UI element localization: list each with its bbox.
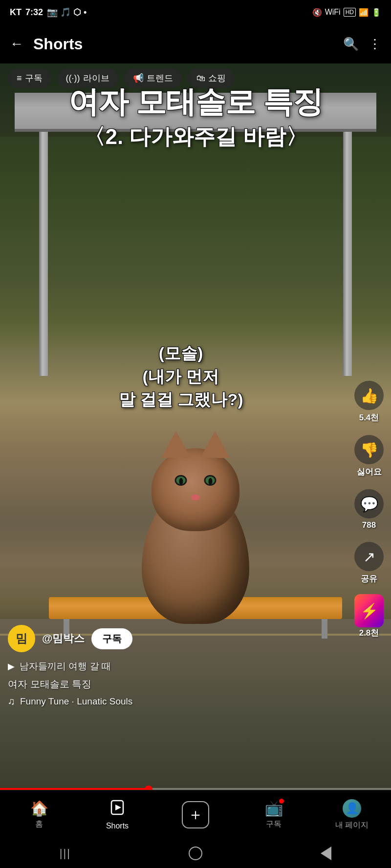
channel-row: 밈 @밈박스 구독 — [8, 625, 334, 652]
profile-avatar: 👤 — [343, 799, 361, 818]
channel-name[interactable]: @밈박스 — [42, 631, 85, 646]
share-label: 공유 — [361, 573, 377, 584]
remix-icon: ⚡ — [354, 596, 384, 625]
subscribe-filter-label: 구독 — [25, 72, 43, 84]
side-actions: 👍 5.4천 👎 싫어요 💬 788 ↗ 공유 ⚡ 2.8천 — [354, 381, 384, 639]
comment-icon: 💬 — [354, 489, 384, 518]
cat-eye-left — [175, 475, 187, 486]
video-subtitle: 〈2. 다가와주길 바람〉 — [10, 123, 381, 151]
sys-menu-icon: ||| — [60, 847, 71, 860]
sys-back-icon — [321, 847, 331, 860]
search-icon[interactable]: 🔍 — [343, 37, 359, 52]
subscribe-button[interactable]: 구독 — [91, 628, 132, 649]
shorts-icon — [109, 799, 126, 819]
cat-nose — [191, 495, 200, 500]
like-button[interactable]: 👍 5.4천 — [354, 381, 384, 423]
filter-tab-live[interactable]: ((·)) 라이브 — [57, 68, 118, 88]
cat-head — [152, 448, 239, 531]
music-info: Funny Tune · Lunatic Souls — [20, 696, 132, 707]
dislike-label: 싫어요 — [357, 466, 382, 477]
time-label: 7:32 — [25, 7, 43, 18]
cat-ear-right — [200, 431, 230, 458]
carrier-label: KT — [10, 7, 22, 18]
shorts-label: Shorts — [106, 822, 129, 830]
top-actions: 🔍 ⋮ — [343, 37, 381, 52]
battery-icon: 🔋 — [371, 8, 381, 17]
bottom-info: 밈 @밈박스 구독 ▶ 남자들끼리 여행 갈 때 여자 모태솔로 특징 ♫ Fu… — [0, 625, 342, 707]
cat-body — [142, 487, 249, 624]
status-right-icons: 🔇 WiFi HD 📶 🔋 — [312, 8, 381, 17]
page-title: Shorts — [33, 35, 343, 53]
nav-item-subscriptions[interactable]: 📺 구독 — [235, 800, 313, 829]
more-options-icon[interactable]: ⋮ — [369, 37, 381, 52]
like-icon: 👍 — [354, 381, 384, 410]
video-player[interactable]: 여자 모태솔로 특징 〈2. 다가와주길 바람〉 (모솔)(내가 먼저말 걸걸 … — [0, 0, 391, 805]
top-bar: ← Shorts 🔍 ⋮ — [0, 24, 391, 63]
playing-video-title: 남자들끼리 여행 갈 때 — [20, 660, 111, 673]
bottom-nav: 🏠 홈 Shorts ＋ 📺 구독 👤 내 페이지 — [0, 790, 391, 839]
subscribe-filter-icon: ≡ — [17, 73, 22, 83]
comment-button[interactable]: 💬 788 — [354, 489, 384, 530]
status-left: KT 7:32 📷 🎵 ⬡ • — [10, 7, 87, 18]
cat-eyes — [175, 475, 217, 486]
status-icons: 📷 🎵 ⬡ • — [47, 7, 87, 18]
dislike-button[interactable]: 👎 싫어요 — [354, 435, 384, 477]
filter-tab-trend[interactable]: 📢 트렌드 — [124, 68, 182, 88]
add-icon[interactable]: ＋ — [182, 801, 209, 828]
trend-filter-icon: 📢 — [133, 73, 144, 83]
nav-item-shorts[interactable]: Shorts — [78, 799, 156, 830]
svg-marker-1 — [115, 805, 121, 810]
video-description: 여자 모태솔로 특징 — [8, 678, 334, 691]
profile-label: 내 페이지 — [335, 820, 369, 830]
shopping-filter-icon: 🛍 — [196, 73, 205, 83]
nav-item-profile[interactable]: 👤 내 페이지 — [313, 799, 391, 830]
remix-button[interactable]: ⚡ 2.8천 — [354, 596, 384, 639]
video-playing-row: ▶ 남자들끼리 여행 갈 때 — [8, 660, 334, 673]
filter-tabs: ≡ 구독 ((·)) 라이브 📢 트렌드 🛍 쇼핑 — [0, 63, 391, 93]
cat-eye-right — [204, 475, 217, 486]
sys-back-button[interactable] — [317, 845, 335, 862]
status-bar: KT 7:32 📷 🎵 ⬡ • 🔇 WiFi HD 📶 🔋 — [0, 0, 391, 24]
shopping-filter-label: 쇼핑 — [208, 72, 226, 84]
notification-dot — [279, 799, 284, 804]
system-nav-bar: ||| — [0, 839, 391, 868]
nav-item-add[interactable]: ＋ — [156, 801, 235, 828]
nav-item-home[interactable]: 🏠 홈 — [0, 800, 78, 829]
sys-home-icon — [189, 847, 202, 860]
pillar-left — [39, 132, 48, 376]
wifi-icon: WiFi — [325, 8, 341, 17]
live-filter-icon: ((·)) — [66, 73, 80, 83]
home-label: 홈 — [35, 819, 43, 829]
video-title-overlay: 여자 모태솔로 특징 〈2. 다가와주길 바람〉 — [0, 85, 391, 151]
live-filter-label: 라이브 — [83, 72, 109, 84]
video-caption: (모솔)(내가 먼저말 걸걸 그랬나?) — [29, 342, 332, 412]
comment-count: 788 — [362, 520, 376, 530]
avatar-icon: 밈 — [16, 631, 27, 646]
share-icon: ↗ — [354, 542, 384, 571]
play-icon: ▶ — [8, 661, 15, 672]
home-icon: 🏠 — [30, 800, 48, 817]
channel-avatar[interactable]: 밈 — [8, 625, 35, 652]
back-button[interactable]: ← — [10, 36, 23, 52]
cat-ear-left — [161, 431, 191, 458]
trend-filter-label: 트렌드 — [147, 72, 173, 84]
share-button[interactable]: ↗ 공유 — [354, 542, 384, 584]
remix-count: 2.8천 — [359, 627, 379, 639]
sys-menu-button[interactable]: ||| — [56, 845, 74, 862]
subscriptions-label: 구독 — [266, 819, 282, 829]
filter-tab-shopping[interactable]: 🛍 쇼핑 — [188, 68, 235, 88]
sys-home-button[interactable] — [187, 845, 204, 862]
remix-thumbnail: ⚡ — [354, 594, 384, 627]
filter-tab-subscribe[interactable]: ≡ 구독 — [8, 68, 51, 88]
subscriptions-icon-wrapper: 📺 — [265, 800, 283, 817]
music-row: ♫ Funny Tune · Lunatic Souls — [8, 696, 334, 707]
video-caption-text: (모솔)(내가 먼저말 걸걸 그랬나?) — [29, 342, 332, 412]
cat-image — [122, 468, 269, 624]
music-note-icon: ♫ — [8, 696, 15, 707]
signal-icon: 📶 — [359, 8, 369, 17]
pillar-right — [343, 132, 352, 376]
like-count: 5.4천 — [359, 412, 379, 423]
dislike-icon: 👎 — [354, 435, 384, 464]
profile-avatar-icon: 👤 — [346, 802, 359, 815]
hd-badge: HD — [344, 8, 356, 17]
